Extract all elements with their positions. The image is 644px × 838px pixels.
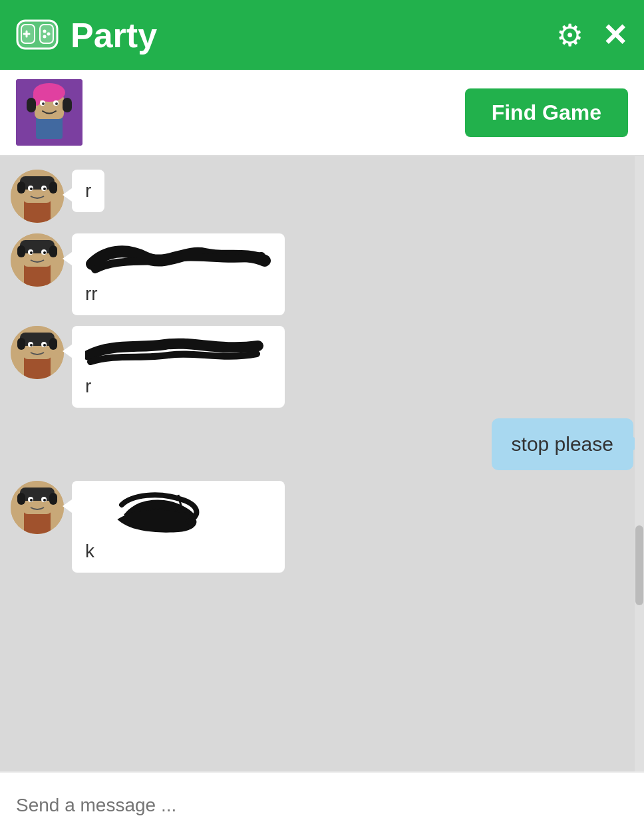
svg-rect-23 bbox=[17, 182, 25, 194]
svg-point-47 bbox=[30, 344, 33, 347]
svg-rect-43 bbox=[17, 338, 25, 350]
message-text: rr bbox=[85, 283, 98, 304]
svg-point-5 bbox=[43, 29, 47, 33]
message-bubble-right: stop please bbox=[492, 418, 633, 470]
svg-rect-24 bbox=[49, 182, 57, 194]
scrollbar-track[interactable] bbox=[635, 156, 644, 771]
message-input[interactable] bbox=[16, 795, 628, 816]
message-row: r bbox=[11, 326, 633, 408]
svg-rect-34 bbox=[49, 245, 57, 257]
message-bubble: rr bbox=[72, 233, 285, 315]
party-avatar-image bbox=[16, 79, 82, 146]
chat-area: r rr bbox=[0, 156, 644, 771]
message-input-area bbox=[0, 771, 644, 838]
header-title: Party bbox=[71, 15, 556, 55]
svg-point-48 bbox=[43, 344, 46, 347]
avatar bbox=[11, 170, 64, 223]
message-bubble: r bbox=[72, 170, 104, 212]
avatar bbox=[11, 326, 64, 379]
party-avatar bbox=[16, 79, 82, 146]
svg-rect-9 bbox=[36, 116, 63, 139]
scribble-image bbox=[85, 244, 271, 281]
message-row: rr bbox=[11, 233, 633, 315]
party-bar: Find Game bbox=[0, 70, 644, 156]
message-row: r bbox=[11, 170, 633, 223]
svg-point-37 bbox=[30, 251, 33, 254]
close-icon[interactable]: ✕ bbox=[602, 17, 628, 53]
message-bubble: r bbox=[72, 326, 285, 408]
svg-rect-54 bbox=[49, 493, 57, 505]
message-row: stop please bbox=[11, 418, 633, 470]
scrollbar-thumb[interactable] bbox=[635, 525, 643, 605]
svg-point-38 bbox=[43, 251, 46, 254]
svg-point-16 bbox=[55, 102, 58, 105]
svg-rect-17 bbox=[27, 98, 36, 112]
header: Party ⚙ ✕ bbox=[0, 0, 644, 70]
avatar bbox=[11, 233, 64, 287]
message-bubble: k bbox=[72, 481, 285, 573]
message-row: k bbox=[11, 481, 633, 573]
message-text: stop please bbox=[512, 433, 613, 455]
svg-point-7 bbox=[43, 35, 47, 38]
message-text: r bbox=[85, 376, 91, 396]
svg-rect-44 bbox=[49, 338, 57, 350]
scribble-image bbox=[85, 491, 271, 538]
svg-point-28 bbox=[43, 188, 46, 190]
game-controller-icon bbox=[16, 14, 59, 57]
avatar bbox=[11, 481, 64, 534]
svg-rect-2 bbox=[40, 25, 53, 43]
svg-point-58 bbox=[43, 499, 46, 501]
svg-rect-33 bbox=[17, 245, 25, 257]
svg-point-6 bbox=[47, 32, 51, 35]
svg-rect-18 bbox=[63, 98, 72, 112]
gear-icon[interactable]: ⚙ bbox=[556, 17, 583, 53]
message-text: k bbox=[85, 541, 94, 561]
scribble-image bbox=[85, 337, 271, 373]
find-game-button[interactable]: Find Game bbox=[465, 88, 628, 137]
svg-point-15 bbox=[42, 102, 45, 105]
svg-point-27 bbox=[30, 188, 33, 190]
message-text: r bbox=[85, 180, 91, 201]
svg-point-57 bbox=[30, 499, 33, 501]
svg-rect-53 bbox=[17, 493, 25, 505]
